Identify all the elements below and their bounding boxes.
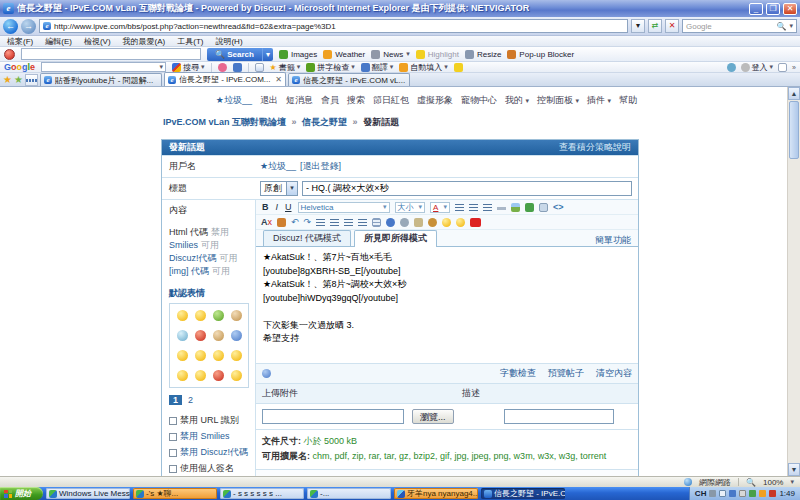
breadcrumb-root-link[interactable]: IPvE.COM vLan 互聯對戰論壇 xyxy=(163,117,286,127)
link-icon[interactable] xyxy=(386,218,395,227)
smiley-icon[interactable] xyxy=(213,350,224,361)
nav-plugins-menu[interactable]: 插件 ▾ xyxy=(587,94,611,107)
gtb-autofill[interactable]: 自動填入▾ xyxy=(399,62,448,73)
task-chat-3[interactable]: -... xyxy=(307,488,391,499)
thread-type-select[interactable]: 原創▾ xyxy=(260,181,298,196)
align-center-icon[interactable] xyxy=(469,204,478,211)
smiley-icon[interactable] xyxy=(231,370,242,381)
update-tray-icon[interactable] xyxy=(759,490,766,497)
task-ie-active[interactable]: 信長之野望 - IPvE.C... xyxy=(481,488,565,499)
nav-messages[interactable]: 短消息 xyxy=(286,94,313,107)
nav-logout[interactable]: 退出 xyxy=(260,94,278,107)
search-dropdown-icon[interactable]: ▾ xyxy=(789,22,793,30)
menu-file[interactable]: 檔案(F) xyxy=(7,36,33,47)
undo-icon[interactable]: ↶ xyxy=(291,217,299,227)
checkbox-icon[interactable] xyxy=(169,417,177,425)
font-color-button[interactable]: A▾ xyxy=(430,202,450,213)
unordered-list-icon[interactable] xyxy=(330,219,339,226)
browse-button[interactable]: 瀏覽... xyxy=(412,409,454,424)
quick-tabs-button[interactable] xyxy=(25,74,38,86)
font-select[interactable]: Helvetica▾ xyxy=(298,202,390,213)
search-icon[interactable]: 🔍 xyxy=(777,22,787,31)
address-bar[interactable]: e http://www.ipve.com/bbs/post.php?actio… xyxy=(39,19,628,33)
refresh-button[interactable]: ⇄ xyxy=(648,19,662,33)
nav-search[interactable]: 搜索 xyxy=(347,94,365,107)
stop-button[interactable]: ✕ xyxy=(665,19,679,33)
task-chat-4[interactable]: 牙羊nya nyanyag4... xyxy=(394,488,478,499)
smiley-icon[interactable] xyxy=(231,330,242,341)
tab-discuz-code-mode[interactable]: Discuz! 代碼模式 xyxy=(263,230,351,246)
discuz-code-label[interactable]: Discuz!代碼 xyxy=(169,253,217,263)
insert-smiley-icon[interactable] xyxy=(442,218,451,227)
nav-avatar[interactable]: 虛擬形象 xyxy=(417,94,453,107)
insert-smiley2-icon[interactable] xyxy=(456,218,465,227)
toolbar-search-input[interactable] xyxy=(21,48,201,60)
task-messenger[interactable]: Windows Live Messen... xyxy=(46,488,130,499)
zoom-dropdown-icon[interactable]: ▾ xyxy=(790,478,794,486)
tab-3[interactable]: e 信長之野望 - IPvE.COM vL... xyxy=(288,73,410,86)
youtube-icon[interactable] xyxy=(470,218,481,227)
other-options-row[interactable]: 其他信息 xyxy=(256,469,638,476)
favorites-center-icon[interactable]: ★ xyxy=(3,73,12,86)
option-disable-discuzcode[interactable]: 禁用 Discuz!代碼 xyxy=(169,446,251,459)
align-left-icon[interactable] xyxy=(455,204,464,211)
gtb-signin[interactable]: 登入▾ xyxy=(741,62,774,73)
task-chat-1[interactable]: -'s ★聊... xyxy=(133,488,217,499)
checkbox-icon[interactable] xyxy=(169,433,177,441)
simple-mode-link[interactable]: 簡單功能 xyxy=(595,234,631,247)
smiley-icon[interactable] xyxy=(213,310,224,321)
antivirus-tray-icon[interactable] xyxy=(769,490,776,497)
zoom-icon[interactable]: 🔍 xyxy=(746,478,756,487)
outdent-icon[interactable] xyxy=(344,219,353,226)
address-dropdown-button[interactable]: ▾ xyxy=(631,19,645,33)
checkbox-icon[interactable] xyxy=(169,465,177,473)
back-button[interactable]: ← xyxy=(3,19,18,34)
align-right-icon[interactable] xyxy=(483,204,492,211)
img-code-label[interactable]: [img] 代碼 xyxy=(169,266,209,276)
toolbar-weather[interactable]: Weather xyxy=(323,50,365,59)
volume-tray-icon[interactable] xyxy=(739,490,746,497)
insert-image-icon[interactable] xyxy=(511,203,520,212)
bold-button[interactable]: B xyxy=(261,202,270,212)
gtb-translate[interactable]: 翻譯▾ xyxy=(361,62,394,73)
network-tray-icon[interactable] xyxy=(729,490,736,497)
option-disable-smilies[interactable]: 禁用 Smilies xyxy=(169,430,251,443)
highlighter-icon[interactable] xyxy=(454,63,463,72)
task-chat-2[interactable]: - s s s s s s ... xyxy=(220,488,304,499)
zoom-level[interactable]: 100% xyxy=(763,478,783,487)
restore-button[interactable]: ❐ xyxy=(766,3,780,15)
smiley-icon[interactable] xyxy=(195,370,206,381)
smiley-icon[interactable] xyxy=(231,310,242,321)
clear-content-link[interactable]: 清空內容 xyxy=(596,367,632,380)
option-disable-url[interactable]: 禁用 URL 識別 xyxy=(169,414,251,427)
indent-icon[interactable] xyxy=(358,219,367,226)
message-textarea[interactable]: ★AkatSuk！、第7片~百地×毛毛 [youtube]8gXBRH-SB_E… xyxy=(256,247,638,363)
italic-button[interactable]: I xyxy=(275,202,280,212)
shield-tray-icon[interactable] xyxy=(749,490,756,497)
brush-icon[interactable] xyxy=(277,218,286,227)
clock[interactable]: 1:49 xyxy=(779,489,795,498)
username-link[interactable]: ★垃圾__ xyxy=(260,160,296,173)
language-indicator[interactable]: CH xyxy=(695,489,707,498)
table-icon[interactable] xyxy=(372,218,381,227)
gtb-add-icon[interactable] xyxy=(233,63,242,72)
tab-2-active[interactable]: e 信長之野望 - IPvE.COM... ✕ xyxy=(164,72,286,86)
tab-wysiwyg-mode[interactable]: 所見即所得模式 xyxy=(354,230,437,247)
window-tray-icon[interactable] xyxy=(719,490,726,497)
word-count-link[interactable]: 字數檢查 xyxy=(500,367,536,380)
remove-format-icon[interactable]: Ax xyxy=(261,217,272,227)
nav-controlpanel-menu[interactable]: 控制面板 ▾ xyxy=(537,94,579,107)
tab-close-icon[interactable]: ✕ xyxy=(275,75,282,84)
quote-icon[interactable] xyxy=(539,203,548,212)
option-use-signature[interactable]: 使用個人簽名 xyxy=(169,462,251,475)
toolbar-news[interactable]: News▾ xyxy=(371,50,410,59)
smiley-icon[interactable] xyxy=(177,350,188,361)
vertical-scrollbar[interactable]: ▲ ▼ xyxy=(787,87,800,476)
flash-media-icon[interactable] xyxy=(428,218,437,227)
toolbar-highlight[interactable]: Highlight xyxy=(416,50,459,59)
subject-input[interactable] xyxy=(302,181,632,196)
smilies-page-2[interactable]: 2 xyxy=(186,395,195,405)
preview-link[interactable]: 預覽帖子 xyxy=(548,367,584,380)
smiley-icon[interactable] xyxy=(177,370,188,381)
forward-button[interactable]: → xyxy=(21,19,36,34)
